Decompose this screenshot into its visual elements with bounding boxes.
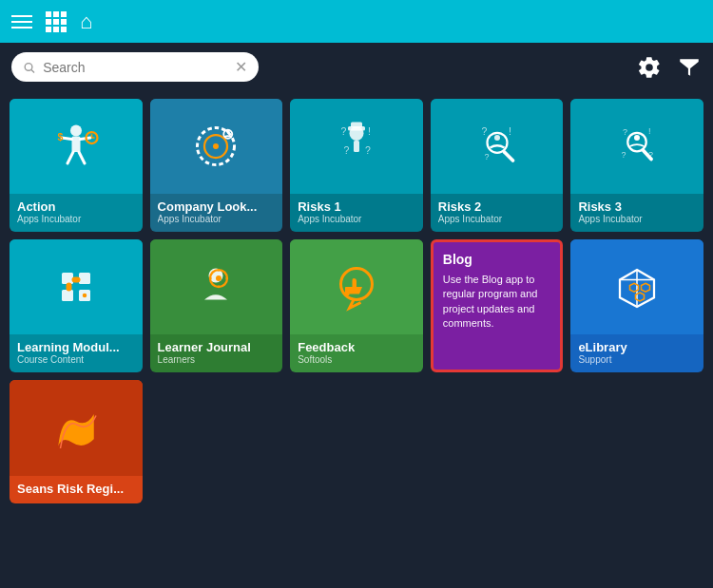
tile-elibrary-title: eLibrary [578, 340, 696, 354]
tile-elibrary[interactable]: eLibrary Support [570, 239, 703, 372]
svg-text:?: ? [481, 125, 487, 137]
svg-rect-53 [345, 287, 350, 295]
svg-line-6 [67, 152, 73, 163]
tile-risks1-title: Risks 1 [298, 199, 415, 214]
tile-risk-reg[interactable]: Seans Risk Regi... [10, 380, 143, 503]
svg-text:?: ? [484, 152, 489, 161]
home-icon[interactable]: ⌂ [80, 9, 92, 34]
tile-blog-title: Blog [443, 252, 551, 267]
tile-company-subtitle: Apps Incubator [158, 214, 276, 224]
grid-view-icon[interactable] [46, 11, 67, 32]
company-icon [187, 118, 244, 175]
svg-point-16 [226, 129, 230, 133]
filter-icon[interactable] [677, 55, 702, 80]
tile-learning-title: Learning Modul... [17, 340, 135, 354]
tile-elibrary-icon-area [570, 239, 703, 334]
svg-text:!: ! [368, 125, 371, 137]
tile-risks1-icon-area: ? ! ? ? [290, 99, 423, 194]
tile-company[interactable]: Company Look... Apps Incubator [150, 99, 283, 232]
tile-learning[interactable]: Learning Modul... Course Content [10, 239, 143, 372]
tile-action-label: Action Apps Incubator [10, 194, 143, 232]
tile-risks1[interactable]: ? ! ? ? Risks 1 Apps Incubator [290, 99, 423, 232]
tile-learner-label: Learner Journal Learners [150, 334, 283, 372]
tile-risks2-title: Risks 2 [438, 199, 556, 214]
svg-rect-42 [71, 277, 80, 283]
search-icon [23, 60, 35, 75]
clear-search-icon[interactable]: ✕ [235, 58, 247, 76]
risks2-icon: ? ! ? [469, 118, 526, 175]
tile-learner[interactable]: Learner Journal Learners [150, 239, 283, 372]
svg-text:?: ? [623, 127, 627, 137]
tile-learner-icon-area [150, 239, 283, 334]
gear-icon[interactable] [637, 55, 662, 80]
tile-risks3-title: Risks 3 [578, 199, 696, 214]
svg-point-14 [213, 143, 219, 149]
svg-point-2 [70, 125, 82, 137]
tile-learning-label: Learning Modul... Course Content [10, 334, 143, 372]
svg-line-4 [62, 138, 72, 140]
tiles-row2: Learning Modul... Course Content Learner… [0, 239, 713, 380]
tile-feedback[interactable]: Feedback Softools [290, 239, 423, 372]
search-input[interactable] [43, 60, 227, 75]
tile-blog[interactable]: Blog Use the Blog app to regular program… [431, 239, 564, 372]
svg-text:?: ? [340, 125, 346, 137]
tile-elibrary-label: eLibrary Support [570, 334, 703, 372]
tile-action-icon-area: $ [10, 99, 143, 194]
svg-line-7 [79, 152, 85, 163]
svg-text:!: ! [509, 125, 511, 137]
tile-action-subtitle: Apps Incubator [17, 214, 135, 224]
learner-icon [187, 258, 244, 315]
svg-rect-19 [351, 123, 362, 128]
svg-line-1 [31, 69, 34, 72]
tile-company-icon-area [150, 99, 283, 194]
svg-point-47 [216, 275, 222, 281]
tile-feedback-subtitle: Softools [298, 354, 415, 365]
tile-risks3-icon-area: ? ! ? ? [570, 99, 703, 194]
svg-text:?: ? [622, 150, 626, 160]
tile-risks3[interactable]: ? ! ? ? Risks 3 Apps Incubator [570, 99, 703, 232]
svg-text:?: ? [365, 144, 371, 156]
tile-risks3-label: Risks 3 Apps Incubator [570, 194, 703, 232]
tile-feedback-title: Feedback [298, 340, 415, 354]
tile-risks1-subtitle: Apps Incubator [298, 214, 415, 224]
tile-risks1-label: Risks 1 Apps Incubator [290, 194, 423, 232]
risk-reg-icon [48, 400, 105, 457]
tile-action-title: Action [17, 199, 135, 214]
tile-risks2[interactable]: ? ! ? Risks 2 Apps Incubator [431, 99, 564, 232]
search-action-icons [637, 55, 702, 80]
tile-learning-subtitle: Course Content [17, 354, 135, 365]
tile-risk-reg-icon-area [10, 380, 143, 476]
search-bar-area: ✕ [0, 43, 713, 91]
tile-company-title: Company Look... [158, 199, 276, 214]
svg-rect-40 [62, 290, 73, 301]
learning-icon [48, 258, 105, 315]
tile-feedback-icon-area [290, 239, 423, 334]
tile-learner-subtitle: Learners [158, 354, 276, 365]
tile-blog-content: Blog Use the Blog app to regular program… [434, 242, 561, 370]
tile-action[interactable]: $ Action Apps Incubator [10, 99, 143, 232]
svg-text:?: ? [343, 144, 349, 156]
tile-company-label: Company Look... Apps Incubator [150, 194, 283, 232]
tile-blog-desc: Use the Blog app to regular program and … [443, 273, 551, 332]
tiles-row3: Seans Risk Regi... [0, 380, 713, 511]
svg-text:?: ? [648, 150, 653, 160]
risks3-icon: ? ! ? ? [608, 118, 665, 175]
tile-learner-title: Learner Journal [158, 340, 276, 354]
svg-point-26 [494, 135, 500, 141]
tile-risks2-subtitle: Apps Incubator [438, 214, 556, 224]
svg-text:$: $ [57, 131, 63, 142]
tile-risk-reg-label: Seans Risk Regi... [10, 476, 143, 503]
risks1-icon: ? ! ? ? [328, 118, 385, 175]
search-wrapper: ✕ [11, 52, 259, 82]
svg-marker-57 [642, 283, 650, 292]
tiles-row1: $ Action Apps Incubator [0, 91, 713, 239]
svg-point-0 [25, 63, 32, 70]
svg-rect-39 [79, 273, 90, 284]
svg-point-44 [83, 294, 87, 298]
tile-feedback-label: Feedback Softools [290, 334, 423, 372]
svg-line-27 [504, 152, 512, 161]
svg-point-32 [634, 135, 640, 141]
svg-text:!: ! [648, 126, 651, 136]
svg-rect-20 [354, 141, 359, 152]
hamburger-menu[interactable] [11, 15, 32, 28]
